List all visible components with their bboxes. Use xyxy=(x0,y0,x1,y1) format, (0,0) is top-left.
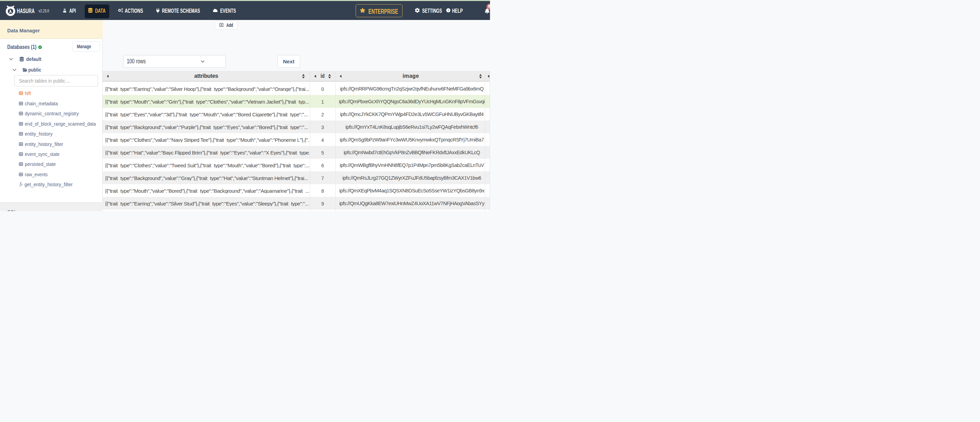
svg-text:?: ? xyxy=(448,9,449,12)
